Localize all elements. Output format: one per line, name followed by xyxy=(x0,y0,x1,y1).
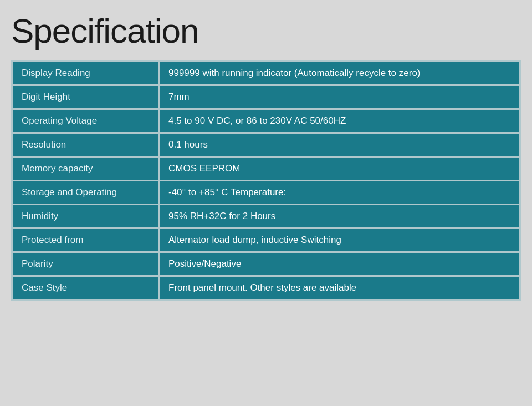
spec-label: Case Style xyxy=(13,275,160,299)
spec-value: Positive/Negative xyxy=(160,251,519,275)
table-row: Protected fromAlternator load dump, indu… xyxy=(13,227,519,251)
spec-value: -40° to +85° C Temperature: xyxy=(160,180,519,204)
spec-value: CMOS EEPROM xyxy=(160,156,519,180)
table-row: PolarityPositive/Negative xyxy=(13,251,519,275)
spec-value: 4.5 to 90 V DC, or 86 to 230V AC 50/60HZ xyxy=(160,108,519,132)
table-row: Digit Height7mm xyxy=(13,84,519,108)
table-row: Case StyleFront panel mount. Other style… xyxy=(13,275,519,299)
spec-value: Front panel mount. Other styles are avai… xyxy=(160,275,519,299)
table-row: Display Reading999999 with running indic… xyxy=(13,62,519,84)
spec-label: Polarity xyxy=(13,251,160,275)
page-title: Specification xyxy=(11,11,521,50)
table-row: Storage and Operating-40° to +85° C Temp… xyxy=(13,180,519,204)
spec-value: 0.1 hours xyxy=(160,132,519,156)
spec-value: 7mm xyxy=(160,84,519,108)
spec-label: Memory capacity xyxy=(13,156,160,180)
spec-label: Storage and Operating xyxy=(13,180,160,204)
table-row: Operating Voltage4.5 to 90 V DC, or 86 t… xyxy=(13,108,519,132)
spec-value: 95% RH+32C for 2 Hours xyxy=(160,204,519,227)
table-row: Humidity95% RH+32C for 2 Hours xyxy=(13,204,519,227)
spec-value: 999999 with running indicator (Automatic… xyxy=(160,62,519,84)
table-row: Memory capacityCMOS EEPROM xyxy=(13,156,519,180)
spec-label: Digit Height xyxy=(13,84,160,108)
spec-label: Resolution xyxy=(13,132,160,156)
specification-table: Display Reading999999 with running indic… xyxy=(13,62,519,299)
spec-label: Operating Voltage xyxy=(13,108,160,132)
spec-table-wrapper: Display Reading999999 with running indic… xyxy=(11,60,521,301)
spec-label: Protected from xyxy=(13,227,160,251)
spec-label: Display Reading xyxy=(13,62,160,84)
table-row: Resolution0.1 hours xyxy=(13,132,519,156)
spec-label: Humidity xyxy=(13,204,160,227)
spec-value: Alternator load dump, inductive Switchin… xyxy=(160,227,519,251)
